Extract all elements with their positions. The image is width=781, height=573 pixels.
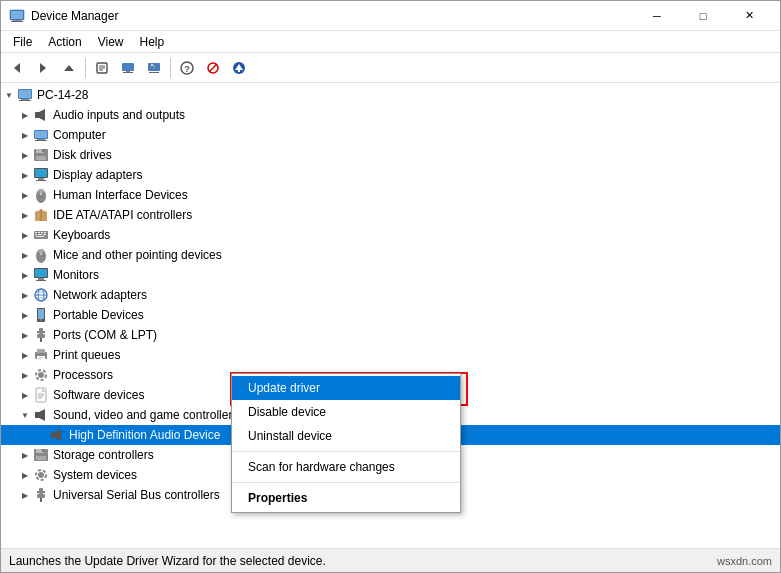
svg-line-21 xyxy=(209,64,217,72)
svg-rect-57 xyxy=(43,234,46,235)
tree-toggle-5[interactable]: ▶ xyxy=(17,207,33,223)
maximize-button[interactable]: □ xyxy=(680,1,726,31)
tree-toggle-12[interactable]: ▶ xyxy=(17,347,33,363)
title-bar-controls: ─ □ ✕ xyxy=(634,1,772,31)
disable-button[interactable] xyxy=(201,56,225,80)
tree-label-10: Portable Devices xyxy=(53,308,144,322)
up-button[interactable] xyxy=(57,56,81,80)
tree-icon-17 xyxy=(33,447,49,463)
svg-rect-11 xyxy=(122,63,134,71)
tree-toggle-8[interactable]: ▶ xyxy=(17,267,33,283)
tree-toggle-4[interactable]: ▶ xyxy=(17,187,33,203)
tree-item[interactable]: ▶Network adapters xyxy=(1,285,780,305)
tree-toggle-13[interactable]: ▶ xyxy=(17,367,33,383)
menu-file[interactable]: File xyxy=(5,33,40,51)
tree-icon-7 xyxy=(33,247,49,263)
svg-rect-86 xyxy=(36,388,46,402)
tree-label-2: Disk drives xyxy=(53,148,112,162)
tree-toggle-15[interactable]: ▼ xyxy=(17,407,33,423)
svg-marker-6 xyxy=(64,65,74,71)
update-driver-button[interactable] xyxy=(227,56,251,80)
forward-button[interactable] xyxy=(31,56,55,80)
svg-text:?: ? xyxy=(184,64,190,74)
tree-icon-0 xyxy=(33,107,49,123)
context-menu-separator-5 xyxy=(232,482,460,483)
tree-item[interactable]: ▶Disk drives xyxy=(1,145,780,165)
svg-rect-34 xyxy=(35,140,47,141)
svg-rect-56 xyxy=(38,234,42,235)
svg-rect-40 xyxy=(35,169,47,177)
svg-rect-54 xyxy=(44,232,46,233)
tree-toggle-18[interactable]: ▶ xyxy=(17,467,33,483)
tree-root[interactable]: ▼ PC-14-28 xyxy=(1,85,780,105)
tree-toggle-11[interactable]: ▶ xyxy=(17,327,33,343)
tree-label-14: Software devices xyxy=(53,388,144,402)
tree-icon-10 xyxy=(33,307,49,323)
tree-toggle-9[interactable]: ▶ xyxy=(17,287,33,303)
context-menu-item-0[interactable]: Update driver xyxy=(232,376,460,400)
svg-rect-3 xyxy=(11,11,23,19)
properties-button[interactable] xyxy=(90,56,114,80)
menu-help[interactable]: Help xyxy=(132,33,173,51)
menu-action[interactable]: Action xyxy=(40,33,89,51)
tree-toggle-14[interactable]: ▶ xyxy=(17,387,33,403)
context-menu-item-6[interactable]: Properties xyxy=(232,486,460,510)
tree-toggle-16[interactable] xyxy=(33,427,49,443)
svg-rect-83 xyxy=(38,359,42,360)
tree-toggle-6[interactable]: ▶ xyxy=(17,227,33,243)
tree-item[interactable]: ▶Monitors xyxy=(1,265,780,285)
root-toggle[interactable]: ▼ xyxy=(1,87,17,103)
tree-item[interactable]: ▶Portable Devices xyxy=(1,305,780,325)
svg-rect-64 xyxy=(38,278,44,280)
context-menu-item-1[interactable]: Disable device xyxy=(232,400,460,424)
tree-item[interactable]: ▶Print queues xyxy=(1,345,780,365)
device-manager-button[interactable] xyxy=(116,56,140,80)
tree-item[interactable]: ▶IDE ATA/ATAPI controllers xyxy=(1,205,780,225)
svg-rect-38 xyxy=(36,156,46,160)
menu-view[interactable]: View xyxy=(90,33,132,51)
tree-toggle-10[interactable]: ▶ xyxy=(17,307,33,323)
tree-item[interactable]: ▶Display adapters xyxy=(1,165,780,185)
tree-label-3: Display adapters xyxy=(53,168,142,182)
tree-toggle-17[interactable]: ▶ xyxy=(17,447,33,463)
close-button[interactable]: ✕ xyxy=(726,1,772,31)
svg-rect-53 xyxy=(41,232,43,233)
tree-label-12: Print queues xyxy=(53,348,120,362)
tree-toggle-7[interactable]: ▶ xyxy=(17,247,33,263)
tree-toggle-3[interactable]: ▶ xyxy=(17,167,33,183)
tree-label-0: Audio inputs and outputs xyxy=(53,108,185,122)
tree-toggle-2[interactable]: ▶ xyxy=(17,147,33,163)
tree-toggle-19[interactable]: ▶ xyxy=(17,487,33,503)
svg-rect-33 xyxy=(37,139,45,140)
toolbar: ! ? xyxy=(1,53,780,83)
back-button[interactable] xyxy=(5,56,29,80)
svg-rect-101 xyxy=(39,488,43,494)
svg-rect-58 xyxy=(36,236,44,237)
svg-marker-5 xyxy=(40,63,46,73)
scan-button[interactable]: ! xyxy=(142,56,166,80)
tree-icon-12 xyxy=(33,347,49,363)
tree-icon-13 xyxy=(33,367,49,383)
tree-label-9: Network adapters xyxy=(53,288,147,302)
tree-item[interactable]: ▶Human Interface Devices xyxy=(1,185,780,205)
svg-rect-26 xyxy=(19,90,31,98)
svg-point-45 xyxy=(38,189,44,193)
context-menu-item-4[interactable]: Scan for hardware changes xyxy=(232,455,460,479)
tree-label-8: Monitors xyxy=(53,268,99,282)
tree-item[interactable]: ▶Audio inputs and outputs xyxy=(1,105,780,125)
tree-item[interactable]: ▶Keyboards xyxy=(1,225,780,245)
tree-icon-16 xyxy=(49,427,65,443)
tree-item[interactable]: ▶Computer xyxy=(1,125,780,145)
tree-icon-2 xyxy=(33,147,49,163)
tree-item[interactable]: ▶Ports (COM & LPT) xyxy=(1,325,780,345)
tree-toggle-1[interactable]: ▶ xyxy=(17,127,33,143)
context-menu-item-2[interactable]: Uninstall device xyxy=(232,424,460,448)
svg-rect-97 xyxy=(42,449,44,452)
tree-toggle-0[interactable]: ▶ xyxy=(17,107,33,123)
svg-rect-28 xyxy=(19,100,31,101)
help-button[interactable]: ? xyxy=(175,56,199,80)
svg-rect-63 xyxy=(35,269,47,277)
minimize-button[interactable]: ─ xyxy=(634,1,680,31)
tree-item[interactable]: ▶Mice and other pointing devices xyxy=(1,245,780,265)
svg-rect-55 xyxy=(35,234,37,235)
